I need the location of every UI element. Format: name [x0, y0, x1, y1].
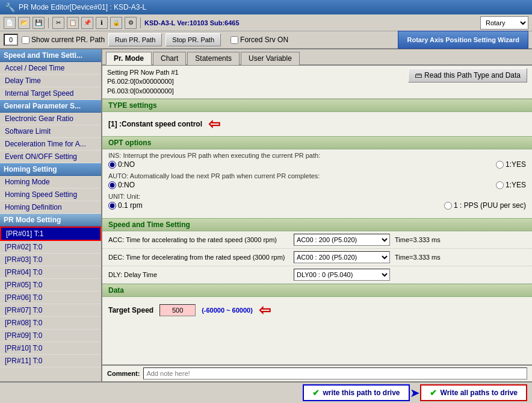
tabs-bar: Pr. Mode Chart Statements User Variable [102, 49, 532, 66]
data-arrow-icon: ⇦ [259, 302, 271, 319]
sidebar-item-homing-def[interactable]: Homing Definition [0, 201, 101, 214]
sidebar-item-accel-decel[interactable]: Accel / Decel Time [0, 62, 101, 75]
sidebar-item-decel-time[interactable]: Deceleration Time for A... [0, 138, 101, 151]
copy-icon[interactable]: 📋 [67, 17, 79, 29]
show-pr-path-checkbox[interactable] [22, 36, 29, 44]
forced-srv-checkbox[interactable] [230, 36, 238, 44]
sidebar-section-homing: Homing Setting [0, 163, 101, 176]
dec-select[interactable]: AC00 : 200 (P5.020) [294, 251, 390, 263]
acc-label: ACC: Time for accelerating to the rated … [108, 236, 289, 243]
opt-ins-radio1[interactable]: 1:YES [496, 160, 526, 169]
checkmark-icon-write-all: ✔ [430, 388, 437, 398]
database-icon: 🗃 [415, 71, 422, 80]
acc-time: Time=3.333 ms [395, 236, 441, 243]
speed-time-header: Speed and Time Setting [102, 218, 532, 231]
pr-info-line3: P6.003:0[0x00000000] [107, 87, 179, 96]
pr-info-line2: P6.002:0[0x00000000] [107, 77, 179, 86]
dly-row: DLY: Delay Time DLY00 : 0 (P5.040) [102, 266, 532, 284]
sidebar-item-gear-ratio[interactable]: Electronic Gear Ratio [0, 113, 101, 125]
tab-statements[interactable]: Statements [187, 52, 240, 65]
sidebar-item-homing-speed[interactable]: Homing Speed Setting [0, 189, 101, 201]
opt-auto-option: AUTO: Automatically load the next PR pat… [108, 172, 526, 189]
data-row: Target Speed (-60000 ~ 60000) ⇦ [102, 297, 532, 323]
opt-ins-label: INS: Interrupt the previous PR path when… [108, 152, 526, 159]
app-icon: 🔧 [5, 2, 15, 12]
new-icon[interactable]: 📄 [4, 17, 16, 29]
content-area: Pr. Mode Chart Statements User Variable … [102, 49, 532, 381]
type-settings-header: TYPE settings [102, 99, 532, 112]
dec-label: DEC: Time for decelerating from the rate… [108, 254, 289, 261]
tab-user-variable[interactable]: User Variable [241, 52, 300, 65]
settings-icon[interactable]: ⚙ [125, 17, 137, 29]
save-icon[interactable]: 💾 [32, 17, 45, 29]
tab-pr-mode[interactable]: Pr. Mode [106, 52, 152, 65]
sidebar-item-event-onoff[interactable]: Event ON/OFF Setting [0, 151, 101, 163]
dec-row: DEC: Time for decelerating from the rate… [102, 249, 532, 266]
opt-unit-option: UNIT: Unit: 0.1 rpm 1 : PPS (PUU per sec… [108, 193, 526, 210]
lock-icon[interactable]: 🔒 [110, 17, 122, 29]
title-bar: 🔧 PR Mode Editor[Device#01] : KSD-A3-L [0, 0, 532, 14]
sidebar-item-pr05[interactable]: [PR#05] T:0 [0, 279, 101, 292]
checkmark-icon-write: ✔ [312, 388, 320, 398]
main-layout: Speed and Time Setti... Accel / Decel Ti… [0, 49, 532, 381]
sep2 [140, 17, 141, 28]
sidebar-item-delay-time[interactable]: Delay Time [0, 75, 101, 87]
opt-options-block: INS: Interrupt the previous PR path when… [102, 149, 532, 218]
sidebar-item-pr11[interactable]: [PR#11] T:0 [0, 355, 101, 367]
sidebar-item-homing-mode[interactable]: Homing Mode [0, 176, 101, 189]
read-path-button[interactable]: 🗃 Read this Path Type and Data [408, 68, 527, 83]
paste-icon[interactable]: 📌 [81, 17, 93, 29]
pr-info-line1: Setting PR Now Path #1 [107, 68, 179, 77]
pr-info-bar: Setting PR Now Path #1 P6.002:0[0x000000… [102, 66, 532, 99]
tab-chart[interactable]: Chart [153, 52, 186, 65]
show-pr-path-label[interactable]: Show current PR. Path [22, 36, 105, 44]
opt-unit-radio1[interactable]: 1 : PPS (PUU per sec) [444, 201, 526, 210]
target-speed-input[interactable] [159, 304, 196, 316]
type-value: [1] :Constant speed control [108, 120, 202, 128]
run-pr-path-button[interactable]: Run PR. Path [108, 33, 162, 46]
bottom-bar: ✔ write this path to drive ➤ ✔ Write all… [0, 381, 532, 403]
opt-unit-radio0[interactable]: 0.1 rpm [108, 201, 143, 210]
opt-ins-radio0[interactable]: 0:NO [108, 160, 135, 169]
wizard-button[interactable]: Rotary Axis Position Setting Wizard [398, 31, 528, 49]
comment-input[interactable] [143, 367, 527, 380]
sidebar-item-pr09[interactable]: [PR#09] T:0 [0, 330, 101, 342]
sidebar-item-pr04[interactable]: [PR#04] T:0 [0, 266, 101, 279]
sidebar-item-pr08[interactable]: [PR#08] T:0 [0, 317, 101, 330]
cut-icon[interactable]: ✂ [52, 17, 64, 29]
sidebar-item-pr10[interactable]: [PR#10] T:0 [0, 342, 101, 355]
sidebar: Speed and Time Setti... Accel / Decel Ti… [0, 49, 102, 381]
sidebar-item-pr03[interactable]: [PR#03] T:0 [0, 254, 101, 266]
sidebar-item-pr06[interactable]: [PR#06] T:0 [0, 292, 101, 304]
write-all-paths-button[interactable]: ✔ Write all paths to drive [420, 384, 527, 401]
sidebar-item-pr02[interactable]: [PR#02] T:0 [0, 241, 101, 254]
opt-ins-radios: 0:NO 1:YES [108, 160, 526, 169]
opt-auto-radio1[interactable]: 1:YES [496, 181, 526, 189]
opt-auto-radio0[interactable]: 0:NO [108, 181, 135, 189]
stop-pr-path-button[interactable]: Stop PR. Path [165, 33, 221, 46]
sidebar-item-pr07[interactable]: [PR#07] T:0 [0, 304, 101, 317]
target-speed-label: Target Speed [108, 306, 153, 314]
pr-number-input[interactable]: 0 [4, 34, 18, 46]
sidebar-item-internal-target[interactable]: Internal Target Speed [0, 87, 101, 100]
sep1 [48, 17, 49, 28]
pr-info-text: Setting PR Now Path #1 P6.002:0[0x000000… [107, 68, 179, 96]
open-icon[interactable]: 📂 [18, 17, 30, 29]
comment-label: Comment: [107, 370, 140, 377]
rotary-dropdown[interactable]: Rotary [480, 16, 528, 30]
comment-bar: Comment: [102, 364, 532, 381]
acc-select[interactable]: AC00 : 200 (P5.020) [294, 234, 390, 246]
dec-time: Time=3.333 ms [395, 254, 441, 261]
toolbar-row2: 0 Show current PR. Path Run PR. Path Sto… [0, 31, 532, 49]
dly-select[interactable]: DLY00 : 0 (P5.040) [294, 269, 390, 281]
data-section-header: Data [102, 284, 532, 297]
forced-srv-label[interactable]: Forced Srv ON [230, 36, 288, 44]
sidebar-section-general: General Parameter S... [0, 100, 101, 113]
sidebar-item-pr01[interactable]: [PR#01] T:1 [0, 226, 101, 241]
acc-row: ACC: Time for accelerating to the rated … [102, 231, 532, 249]
write-this-path-button[interactable]: ✔ write this path to drive [303, 384, 410, 401]
window-title: PR Mode Editor[Device#01] : KSD-A3-L [19, 3, 146, 11]
sidebar-section-pr-mode: PR Mode Setting [0, 214, 101, 226]
sidebar-item-software-limit[interactable]: Software Limit [0, 125, 101, 138]
info-icon[interactable]: ℹ [96, 17, 108, 29]
